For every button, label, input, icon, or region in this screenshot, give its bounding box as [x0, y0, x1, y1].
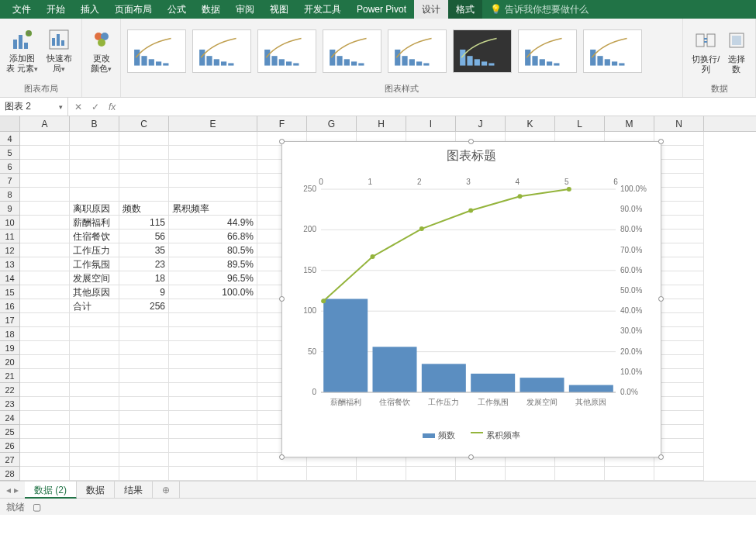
resize-handle[interactable]	[658, 296, 664, 302]
col-header[interactable]: K	[506, 116, 555, 131]
chart-title[interactable]: 图表标题	[282, 142, 661, 171]
cell[interactable]: 18	[119, 271, 169, 285]
menu-tab[interactable]: 开发工具	[296, 0, 349, 19]
row-header[interactable]: 13	[0, 257, 19, 271]
row-header[interactable]: 6	[0, 160, 19, 174]
cell[interactable]: 23	[119, 257, 169, 271]
enter-icon[interactable]: ✓	[91, 102, 99, 112]
row-header[interactable]: 21	[0, 369, 19, 383]
col-header[interactable]: J	[456, 116, 506, 131]
menu-tab[interactable]: 审阅	[228, 0, 262, 19]
cell[interactable]: 89.5%	[169, 257, 257, 271]
row-header[interactable]: 19	[0, 341, 19, 355]
col-header[interactable]: B	[70, 116, 119, 131]
cell[interactable]: 薪酬福利	[70, 216, 119, 230]
cell[interactable]: 100.0%	[169, 285, 257, 299]
row-header[interactable]: 5	[0, 146, 19, 160]
select-all-corner[interactable]	[0, 116, 20, 131]
cell[interactable]: 频数	[119, 202, 169, 216]
menu-tab[interactable]: 公式	[160, 0, 194, 19]
col-header[interactable]: A	[20, 116, 70, 131]
row-header[interactable]: 25	[0, 425, 19, 439]
row-header[interactable]: 8	[0, 188, 19, 202]
row-header[interactable]: 22	[0, 383, 19, 397]
sheet-tab[interactable]: 数据 (2)	[25, 482, 77, 499]
cell[interactable]: 工作氛围	[70, 257, 119, 271]
cell[interactable]: 工作压力	[70, 243, 119, 257]
row-header[interactable]: 9	[0, 202, 19, 216]
row-header[interactable]: 26	[0, 439, 19, 453]
chart-style-thumb[interactable]	[257, 29, 316, 73]
cell[interactable]: 累积频率	[169, 202, 257, 216]
cancel-icon[interactable]: ✕	[74, 102, 82, 112]
name-box[interactable]: 图表 2 ▾	[0, 98, 68, 116]
resize-handle[interactable]	[658, 454, 664, 460]
menu-tab[interactable]: 页面布局	[107, 0, 160, 19]
sheet-nav-first[interactable]: ◂	[6, 485, 11, 495]
row-header[interactable]: 4	[0, 132, 19, 146]
macro-record-icon[interactable]: ▢	[33, 499, 41, 516]
menu-tab[interactable]: 文件	[5, 0, 39, 19]
chart-style-thumb[interactable]	[323, 29, 381, 73]
cell[interactable]: 9	[119, 285, 169, 299]
resize-handle[interactable]	[279, 454, 285, 460]
row-header[interactable]: 14	[0, 271, 19, 285]
row-header[interactable]: 27	[0, 453, 19, 467]
add-chart-element-button[interactable]: + 添加图表 元素▾	[6, 27, 39, 74]
chart-style-thumb[interactable]	[192, 29, 251, 73]
row-header[interactable]: 12	[0, 243, 19, 257]
chart-object[interactable]: 图表标题 0501001502002500.0%10.0%20.0%30.0%4…	[281, 141, 661, 457]
cell[interactable]: 35	[119, 243, 169, 257]
chart-style-thumb[interactable]	[388, 29, 447, 73]
col-header[interactable]: E	[169, 116, 257, 131]
chart-style-thumb[interactable]	[453, 29, 512, 73]
add-sheet-button[interactable]: ⊕	[153, 482, 180, 499]
chart-style-thumb[interactable]	[583, 29, 642, 73]
col-header[interactable]: L	[555, 116, 605, 131]
cell[interactable]: 发展空间	[70, 271, 119, 285]
cell[interactable]: 其他原因	[70, 285, 119, 299]
menu-tab[interactable]: Power Pivot	[349, 0, 414, 19]
cell[interactable]: 256	[119, 299, 169, 313]
row-header[interactable]: 7	[0, 174, 19, 188]
col-header[interactable]: F	[257, 116, 307, 131]
row-header[interactable]: 16	[0, 299, 19, 313]
col-header[interactable]: M	[605, 116, 654, 131]
menu-tab[interactable]: 数据	[194, 0, 228, 19]
col-header[interactable]: N	[654, 116, 704, 131]
cell[interactable]: 离职原因	[70, 202, 119, 216]
cell[interactable]: 住宿餐饮	[70, 230, 119, 243]
cell[interactable]: 96.5%	[169, 271, 257, 285]
cell[interactable]: 115	[119, 216, 169, 230]
menu-tab[interactable]: 视图	[262, 0, 296, 19]
sheet-tab[interactable]: 结果	[115, 482, 153, 499]
col-header[interactable]: I	[406, 116, 456, 131]
chart-legend[interactable]: 频数 累积频率	[282, 426, 661, 444]
resize-handle[interactable]	[468, 139, 474, 144]
resize-handle[interactable]	[658, 139, 664, 144]
menu-tab[interactable]: 插入	[73, 0, 107, 19]
menu-tab[interactable]: 设计	[414, 0, 448, 19]
fx-icon[interactable]: fx	[109, 102, 116, 112]
col-header[interactable]: C	[119, 116, 169, 131]
row-header[interactable]: 10	[0, 216, 19, 230]
change-colors-button[interactable]: 更改 颜色▾	[88, 27, 114, 74]
row-header[interactable]: 11	[0, 230, 19, 243]
sheet-nav-last[interactable]: ▸	[14, 485, 19, 495]
quick-layout-button[interactable]: 快速布局▾	[43, 27, 76, 74]
row-header[interactable]: 24	[0, 411, 19, 425]
row-header[interactable]: 17	[0, 313, 19, 327]
col-header[interactable]: G	[307, 116, 357, 131]
worksheet-grid[interactable]: ABCEFGHIJKLMN 45678910111213141516171819…	[0, 116, 756, 498]
resize-handle[interactable]	[468, 454, 474, 460]
sheet-tab[interactable]: 数据	[77, 482, 115, 499]
chart-style-thumb[interactable]	[518, 29, 577, 73]
col-header[interactable]: H	[357, 116, 406, 131]
row-header[interactable]: 23	[0, 397, 19, 411]
resize-handle[interactable]	[279, 296, 285, 302]
chart-style-thumb[interactable]	[127, 29, 186, 73]
row-header[interactable]: 28	[0, 467, 19, 481]
cell[interactable]: 66.8%	[169, 230, 257, 243]
select-data-button[interactable]: 选择数	[724, 28, 749, 74]
row-header[interactable]: 18	[0, 327, 19, 341]
